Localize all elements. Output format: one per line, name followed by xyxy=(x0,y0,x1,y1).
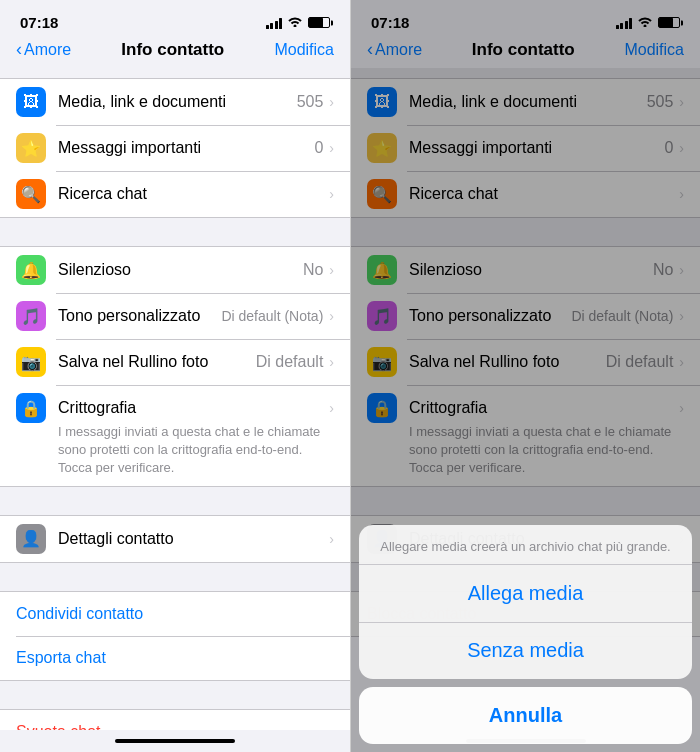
signal-bar-3 xyxy=(275,21,278,29)
crypto-chevron-left: › xyxy=(329,400,334,416)
search-label-left: Ricerca chat xyxy=(58,185,329,203)
right-panel: 07:18 ‹ Amore Info contatto Modifica xyxy=(350,0,700,752)
search-icon-left: 🔍 xyxy=(16,179,46,209)
share-contact-left[interactable]: Condividi contatto xyxy=(0,592,350,636)
mute-value-left: No xyxy=(303,261,323,279)
save-label-left: Salva nel Rullino foto xyxy=(58,353,256,371)
wifi-icon-left xyxy=(287,15,303,30)
starred-chevron-left: › xyxy=(329,140,334,156)
back-button-left[interactable]: ‹ Amore xyxy=(16,39,71,60)
spacer-left-1 xyxy=(0,68,350,78)
section2-left: 🔔 Silenzioso No › 🎵 Tono personalizzato … xyxy=(0,246,350,487)
tone-value-left: Di default (Nota) xyxy=(221,308,323,324)
save-icon-left: 📷 xyxy=(16,347,46,377)
status-bar-left: 07:18 xyxy=(0,0,350,37)
signal-bar-4 xyxy=(279,18,282,29)
save-value-left: Di default xyxy=(256,353,324,371)
tone-chevron-left: › xyxy=(329,308,334,324)
status-icons-left xyxy=(266,15,331,30)
media-value-left: 505 xyxy=(297,93,324,111)
sheet-message: Allegare media creerà un archivio chat p… xyxy=(359,525,692,565)
signal-bar-2 xyxy=(270,23,273,29)
back-label-left: Amore xyxy=(24,41,71,59)
chevron-left-icon-left: ‹ xyxy=(16,39,22,60)
home-indicator-left xyxy=(0,730,350,752)
crypto-label-left: Crittografia xyxy=(58,399,329,417)
action-sheet: Allegare media creerà un archivio chat p… xyxy=(351,525,700,752)
crypto-sublabel-left: I messaggi inviati a questa chat e le ch… xyxy=(58,423,334,478)
row-tone-left[interactable]: 🎵 Tono personalizzato Di default (Nota) … xyxy=(0,293,350,339)
home-bar-left xyxy=(115,739,235,743)
mute-label-left: Silenzioso xyxy=(58,261,303,279)
crypto-icon-left: 🔒 xyxy=(16,393,46,423)
media-icon-left: 🖼 xyxy=(16,87,46,117)
red-actions1-left: Svuota chat xyxy=(0,709,350,730)
contact-details-chevron-left: › xyxy=(329,531,334,547)
contact-details-icon-left: 👤 xyxy=(16,524,46,554)
action-sheet-options: Allegare media creerà un archivio chat p… xyxy=(359,525,692,679)
no-media-button[interactable]: Senza media xyxy=(359,622,692,679)
tone-label-left: Tono personalizzato xyxy=(58,307,221,325)
left-panel: 07:18 ‹ Amore Info contatto Modifica xyxy=(0,0,350,752)
row-search-left[interactable]: 🔍 Ricerca chat › xyxy=(0,171,350,217)
section1-left: 🖼 Media, link e documenti 505 › ⭐ Messag… xyxy=(0,78,350,218)
row-save-left[interactable]: 📷 Salva nel Rullino foto Di default › xyxy=(0,339,350,385)
row-mute-left[interactable]: 🔔 Silenzioso No › xyxy=(0,247,350,293)
export-chat-label-left: Esporta chat xyxy=(16,649,106,667)
nav-bar-left: ‹ Amore Info contatto Modifica xyxy=(0,37,350,68)
contact-details-label-left: Dettagli contatto xyxy=(58,530,329,548)
clear-chat-label-left: Svuota chat xyxy=(16,723,101,730)
export-chat-left[interactable]: Esporta chat xyxy=(0,636,350,680)
signal-bar-1 xyxy=(266,25,269,29)
attach-media-button[interactable]: Allega media xyxy=(359,565,692,622)
tone-icon-left: 🎵 xyxy=(16,301,46,331)
share-contact-label-left: Condividi contatto xyxy=(16,605,143,623)
section3-left: 👤 Dettagli contatto › xyxy=(0,515,350,563)
spacer-left-2 xyxy=(0,218,350,246)
blue-actions-left: Condividi contatto Esporta chat xyxy=(0,591,350,681)
row-starred-left[interactable]: ⭐ Messaggi importanti 0 › xyxy=(0,125,350,171)
crypto-header-left: 🔒 Crittografia › xyxy=(16,393,334,423)
signal-icon-left xyxy=(266,17,283,29)
nav-title-left: Info contatto xyxy=(121,40,224,60)
modifica-button-left[interactable]: Modifica xyxy=(274,41,334,59)
media-label-left: Media, link e documenti xyxy=(58,93,297,111)
battery-fill-left xyxy=(309,18,323,27)
row-crypto-left[interactable]: 🔒 Crittografia › I messaggi inviati a qu… xyxy=(0,385,350,486)
battery-icon-left xyxy=(308,17,330,28)
mute-chevron-left: › xyxy=(329,262,334,278)
action-sheet-cancel-group: Annulla xyxy=(359,687,692,744)
row-contact-details-left[interactable]: 👤 Dettagli contatto › xyxy=(0,516,350,562)
media-chevron-left: › xyxy=(329,94,334,110)
mute-icon-left: 🔔 xyxy=(16,255,46,285)
starred-icon-left: ⭐ xyxy=(16,133,46,163)
row-media-left[interactable]: 🖼 Media, link e documenti 505 › xyxy=(0,79,350,125)
save-chevron-left: › xyxy=(329,354,334,370)
starred-value-left: 0 xyxy=(314,139,323,157)
clear-chat-left[interactable]: Svuota chat xyxy=(0,710,350,730)
spacer-left-4 xyxy=(0,563,350,591)
search-chevron-left: › xyxy=(329,186,334,202)
starred-label-left: Messaggi importanti xyxy=(58,139,314,157)
spacer-left-5 xyxy=(0,681,350,709)
cancel-button[interactable]: Annulla xyxy=(359,687,692,744)
status-time-left: 07:18 xyxy=(20,14,58,31)
scroll-content-left: 🖼 Media, link e documenti 505 › ⭐ Messag… xyxy=(0,68,350,730)
spacer-left-3 xyxy=(0,487,350,515)
